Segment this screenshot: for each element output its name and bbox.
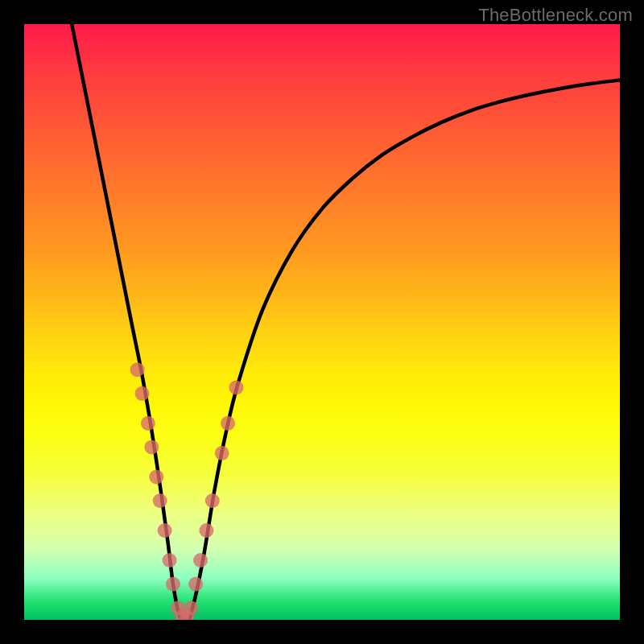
marker-dot: [188, 577, 203, 592]
marker-dot: [215, 446, 229, 460]
chart-curve-svg: [24, 24, 620, 620]
bottleneck-curve-path: [72, 24, 620, 620]
marker-dot: [141, 416, 155, 431]
marker-dot: [158, 523, 172, 538]
marker-dot: [199, 523, 213, 538]
marker-dot: [193, 553, 208, 568]
marker-dot: [184, 601, 198, 615]
marker-dot: [149, 469, 163, 484]
marker-dot: [153, 493, 167, 508]
watermark-text: TheBottleneck.com: [478, 5, 633, 26]
marker-dot: [205, 493, 220, 508]
marker-dot: [166, 577, 180, 592]
marker-dot: [221, 416, 235, 431]
marker-dot: [229, 380, 243, 394]
marker-dot: [130, 362, 145, 377]
marker-dot: [144, 440, 159, 454]
marker-dot: [163, 553, 177, 568]
marker-dot: [135, 386, 150, 401]
